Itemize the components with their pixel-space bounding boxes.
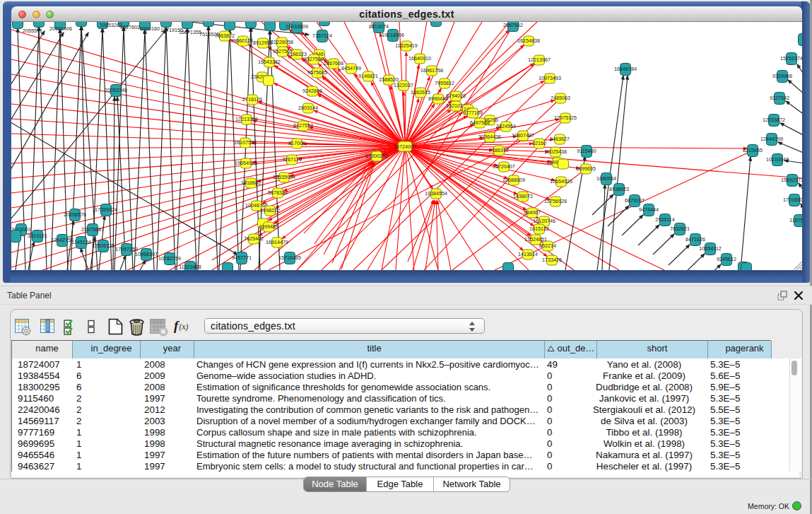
svg-text:17359924: 17359924 (95, 206, 117, 213)
svg-text:10654112: 10654112 (699, 245, 721, 252)
svg-text:13535954: 13535954 (273, 174, 295, 180)
svg-text:2087662: 2087662 (503, 22, 523, 28)
svg-text:6794028: 6794028 (446, 93, 466, 99)
svg-text:8938923: 8938923 (609, 186, 629, 192)
svg-text:16914479: 16914479 (266, 239, 288, 245)
svg-text:15751074: 15751074 (780, 55, 802, 62)
svg-text:8427552: 8427552 (293, 122, 313, 129)
svg-text:9575685: 9575685 (307, 69, 327, 76)
svg-text:1640954: 1640954 (596, 175, 616, 182)
svg-text:1838072: 1838072 (513, 193, 533, 199)
svg-text:17016504: 17016504 (783, 197, 802, 203)
svg-text:19218506: 19218506 (382, 32, 404, 38)
svg-text:1916682: 1916682 (241, 180, 261, 186)
svg-text:2867608: 2867608 (324, 60, 343, 66)
svg-text:15756928: 15756928 (544, 198, 567, 204)
svg-text:2718126: 2718126 (242, 96, 262, 103)
svg-text:252214: 252214 (539, 243, 556, 249)
svg-text:10025438: 10025438 (544, 148, 567, 155)
svg-text:817006: 817006 (288, 140, 305, 146)
svg-text:20206576: 20206576 (64, 211, 86, 218)
svg-text:7955812: 7955812 (435, 80, 454, 86)
svg-text:23975887: 23975887 (81, 226, 104, 233)
svg-text:12975125: 12975125 (554, 115, 577, 121)
svg-text:20053346: 20053346 (105, 87, 127, 93)
svg-text:20691406: 20691406 (49, 25, 72, 32)
svg-text:2935114: 2935114 (655, 216, 674, 223)
svg-text:15692371: 15692371 (781, 177, 802, 183)
svg-text:6899695: 6899695 (576, 165, 596, 172)
svg-text:9146821: 9146821 (358, 73, 378, 79)
svg-text:19654925: 19654925 (235, 160, 257, 166)
svg-text:9329966: 9329966 (772, 73, 792, 79)
svg-text:1498222: 1498222 (260, 207, 280, 214)
svg-text:15716485: 15716485 (278, 255, 301, 261)
svg-text:6879197: 6879197 (625, 197, 645, 204)
svg-text:9457771: 9457771 (232, 255, 252, 261)
svg-text:9242848: 9242848 (302, 88, 322, 94)
svg-text:1733426: 1733426 (542, 257, 562, 263)
svg-text:2803144: 2803144 (298, 105, 318, 111)
svg-text:19384554: 19384554 (425, 190, 447, 197)
svg-text:(x): (x) (179, 322, 189, 332)
svg-text:12942757: 12942757 (51, 237, 73, 243)
svg-text:8912954: 8912954 (253, 40, 273, 46)
svg-text:8471626: 8471626 (686, 236, 705, 243)
svg-text:1413614: 1413614 (518, 251, 538, 257)
svg-text:9777169: 9777169 (463, 110, 483, 116)
svg-text:8990448: 8990448 (428, 95, 448, 102)
svg-text:10653287: 10653287 (100, 22, 122, 28)
svg-text:6497568: 6497568 (470, 119, 490, 126)
svg-text:8813074: 8813074 (369, 23, 389, 30)
svg-text:16107553: 16107553 (234, 139, 257, 146)
svg-text:1145134: 1145134 (71, 239, 90, 245)
svg-text:16961758: 16961758 (420, 67, 443, 74)
svg-text:3824554: 3824554 (496, 123, 516, 129)
svg-text:23226058: 23226058 (271, 39, 293, 45)
svg-text:7386372: 7386372 (489, 147, 509, 153)
svg-text:11923468: 11923468 (179, 264, 201, 270)
svg-text:18724007: 18724007 (394, 144, 416, 150)
svg-text:1527602: 1527602 (120, 24, 140, 30)
svg-text:8454749: 8454749 (341, 65, 361, 71)
svg-text:1362615: 1362615 (411, 89, 430, 95)
svg-text:7625402: 7625402 (244, 235, 264, 242)
svg-text:10654923: 10654923 (550, 178, 572, 185)
svg-text:7632621: 7632621 (670, 226, 690, 232)
svg-text:16120746: 16120746 (533, 218, 555, 224)
svg-text:984067: 984067 (524, 209, 541, 216)
svg-text:7515526: 7515526 (199, 31, 219, 37)
svg-text:6966160: 6966160 (140, 25, 160, 32)
svg-text:1167533: 1167533 (789, 217, 802, 223)
svg-text:10807487: 10807487 (512, 132, 534, 139)
svg-text:10782759: 10782759 (158, 255, 181, 262)
svg-text:2055571: 2055571 (23, 28, 42, 34)
svg-text:9474444: 9474444 (639, 206, 659, 213)
svg-text:8215955: 8215955 (743, 147, 763, 153)
svg-text:9115460: 9115460 (577, 148, 596, 154)
svg-text:16671355: 16671355 (179, 29, 201, 35)
svg-text:9245612: 9245612 (717, 256, 736, 262)
svg-text:12033872: 12033872 (763, 117, 785, 123)
svg-text:12505135: 12505135 (92, 243, 114, 249)
svg-text:12213967: 12213967 (528, 57, 551, 63)
svg-text:18300295: 18300295 (365, 153, 388, 159)
svg-text:9227342: 9227342 (770, 95, 789, 101)
svg-text:10958107: 10958107 (135, 251, 158, 257)
svg-text:16543382: 16543382 (258, 59, 281, 65)
svg-text:15720407: 15720407 (493, 163, 515, 170)
svg-text:7485063: 7485063 (551, 95, 570, 101)
svg-text:9527508: 9527508 (304, 56, 324, 62)
svg-text:1322037: 1322037 (394, 82, 413, 88)
svg-text:10210643: 10210643 (766, 156, 789, 163)
svg-text:9463627: 9463627 (550, 136, 570, 142)
svg-text:9660124: 9660124 (233, 37, 253, 44)
svg-text:1615132: 1615132 (529, 226, 549, 232)
svg-text:3267110: 3267110 (282, 156, 301, 163)
svg-text:4099489: 4099489 (259, 223, 278, 230)
svg-text:12444199: 12444199 (760, 136, 783, 142)
svg-text:10973493: 10973493 (539, 75, 561, 81)
svg-text:5878332: 5878332 (268, 189, 288, 196)
svg-text:16154838: 16154838 (517, 37, 540, 44)
svg-text:20364436: 20364436 (478, 134, 501, 140)
